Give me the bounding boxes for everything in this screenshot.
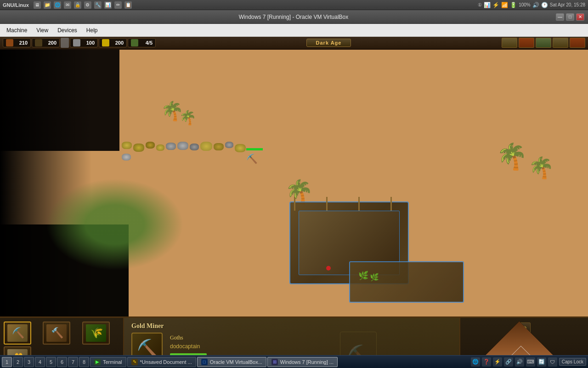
minimap-container[interactable] — [478, 336, 570, 355]
hud-btn-1[interactable] — [502, 38, 517, 48]
taskbar-vbox[interactable]: □ Oracle VM VirtualBox... — [197, 357, 266, 367]
hud-gold: 200 — [99, 38, 127, 47]
host-icon-3[interactable]: 🌐 — [54, 1, 61, 9]
hud-food: 210 — [3, 38, 31, 47]
menu-machine[interactable]: Machine — [2, 26, 32, 34]
vbox-menubar: Machine View Devices Help — [0, 24, 588, 37]
wood-icon — [35, 39, 42, 46]
gold-icon — [102, 39, 109, 46]
tray-icon-vol[interactable]: 🔊 — [515, 357, 524, 367]
action-btn-mine[interactable]: ⛏️ — [4, 322, 31, 345]
taskbar-unsaved-doc[interactable]: ✎ *Unsaved Document ... — [127, 357, 196, 367]
game-bottom-panel: ⛏️ 🔨 🌾 — [0, 316, 588, 355]
tray-icon-network2[interactable]: 🔗 — [504, 357, 513, 367]
parchment-bg — [124, 318, 459, 355]
portrait-emoji: ⛏️ — [137, 339, 158, 355]
desktop-btn-8[interactable]: 8 — [79, 357, 89, 367]
action-grid[interactable]: ⛏️ 🔨 🌾 — [4, 322, 119, 355]
tray-icon-update[interactable]: 🔄 — [537, 357, 546, 367]
hud-btn-5[interactable] — [570, 38, 585, 48]
age-badge: Dark Age — [306, 39, 351, 47]
minimize-button[interactable]: — — [556, 13, 564, 21]
hud-btn-2[interactable] — [519, 38, 534, 48]
bush-1: 🌿 — [358, 270, 368, 281]
maximize-button[interactable]: □ — [566, 13, 574, 21]
wood-value: 200 — [44, 40, 57, 46]
doc-icon: ✎ — [131, 359, 138, 365]
speaker-icon: 🔊 — [532, 2, 539, 8]
minimap-bg — [477, 321, 571, 355]
host-icon-2[interactable]: 📁 — [44, 1, 51, 9]
host-icon-4[interactable]: ✉ — [64, 1, 71, 9]
hud-btn-4[interactable] — [553, 38, 568, 48]
game-hud-top: 210 200 100 200 4/5 Dark Age — [0, 37, 588, 50]
menu-devices[interactable]: Devices — [53, 26, 82, 34]
desktop-btn-6[interactable]: 6 — [57, 357, 67, 367]
desktop-btn-7[interactable]: 7 — [68, 357, 78, 367]
hud-center: Dark Age — [157, 39, 501, 47]
close-button[interactable]: ✕ — [576, 13, 584, 21]
hud-right-buttons[interactable] — [502, 38, 585, 48]
window-controls[interactable]: — □ ✕ — [556, 13, 584, 21]
unit-sprite: ⛏️ — [246, 153, 258, 164]
host-icon-7[interactable]: 🔧 — [94, 1, 102, 9]
tray-icon-network[interactable]: 🌐 — [471, 357, 480, 367]
taskbar-terminal[interactable]: ▶ Terminal — [90, 357, 126, 367]
host-icon-10[interactable]: 📋 — [124, 1, 132, 9]
panel-center: Gold Miner ⛏️ Goths dodocaptain 25/25 ⚔ — [124, 318, 459, 355]
battery-icon: 🔋 — [510, 2, 517, 8]
building-area: 🌿 🌿 — [289, 201, 473, 303]
gold-value: 200 — [111, 40, 124, 46]
desktop-btn-1[interactable]: 1 — [2, 357, 12, 367]
grass-patch — [46, 178, 184, 270]
datetime-text: Sat Apr 20, 15:28 — [550, 2, 585, 7]
host-topbar: GNU/Linux 🖥 📁 🌐 ✉ 🔒 ⚙ 🔧 📊 ✏ 📋 ① 📊 ⚡ 📶 🔋 … — [0, 0, 588, 10]
tray-icon-power[interactable]: ⚡ — [493, 357, 502, 367]
hud-btn-3[interactable] — [536, 38, 551, 48]
wifi-icon: 📶 — [501, 2, 508, 8]
unsaved-doc-label: *Unsaved Document ... — [140, 359, 192, 365]
desktop-btn-5[interactable]: 5 — [46, 357, 56, 367]
host-icon-5[interactable]: 🔒 — [74, 1, 81, 9]
taskbar: 1 2 3 4 5 6 7 8 ▶ Terminal ✎ *Unsaved Do… — [0, 355, 588, 368]
hud-wood: 200 — [32, 38, 60, 47]
terminal-label: Terminal — [103, 359, 122, 365]
desktop-btn-2[interactable]: 2 — [13, 357, 23, 367]
gnu-label: GNU/Linux — [3, 2, 29, 8]
clock-icon: 🕐 — [541, 2, 548, 8]
tray-icon-folder[interactable]: ❓ — [482, 357, 491, 367]
fog-topleft — [0, 50, 119, 151]
tray-icon-input[interactable]: ⌨ — [526, 357, 535, 367]
host-icon-1[interactable]: 🖥 — [34, 1, 41, 9]
food-icon — [6, 39, 13, 46]
vbox-icon: □ — [201, 359, 208, 365]
taskbar-win7[interactable]: ⊞ Windows 7 [Running] ... — [267, 357, 338, 367]
unit-sketch-watermark: ⛏️ — [340, 332, 377, 355]
host-icon-9[interactable]: ✏ — [114, 1, 122, 9]
desktop-btn-3[interactable]: 3 — [24, 357, 34, 367]
panel-left: ⛏️ 🔨 🌾 — [0, 318, 124, 355]
win7-taskbar-label: Windows 7 [Running] ... — [280, 359, 334, 365]
battery-text: 100% — [519, 2, 531, 7]
palm-tree-right-2: 🌴 — [528, 155, 554, 180]
vbox-window: Windows 7 [Running] - Oracle VM VirtualB… — [0, 10, 588, 368]
stone-value: 100 — [82, 40, 95, 46]
menu-help[interactable]: Help — [82, 26, 102, 34]
menu-view[interactable]: View — [32, 26, 53, 34]
win7-icon: ⊞ — [271, 359, 278, 365]
bush-2: 🌿 — [370, 273, 379, 282]
palm-tree-right-1: 🌴 — [496, 142, 528, 172]
action-btn-build[interactable]: 🔨 — [43, 322, 70, 345]
game-canvas[interactable]: 🌴 🌴 🌴 🌴 🌴 — [0, 50, 588, 316]
action-btn-carry[interactable]: 🤲 — [4, 346, 31, 355]
tray-icon-shield[interactable]: 🛡 — [548, 357, 557, 367]
host-icon-6[interactable]: ⚙ — [84, 1, 91, 9]
host-icon-8[interactable]: 📊 — [104, 1, 112, 9]
desktop-btn-4[interactable]: 4 — [35, 357, 45, 367]
action-btn-3[interactable]: 🌾 — [82, 322, 110, 345]
hud-stone: 100 — [70, 38, 98, 47]
caps-lock-label: Caps Lock — [559, 358, 586, 366]
unit-portrait: ⛏️ — [131, 333, 163, 355]
palm-tree-2: 🌴 — [179, 109, 196, 126]
bluetooth-icon: ⚡ — [492, 2, 499, 8]
